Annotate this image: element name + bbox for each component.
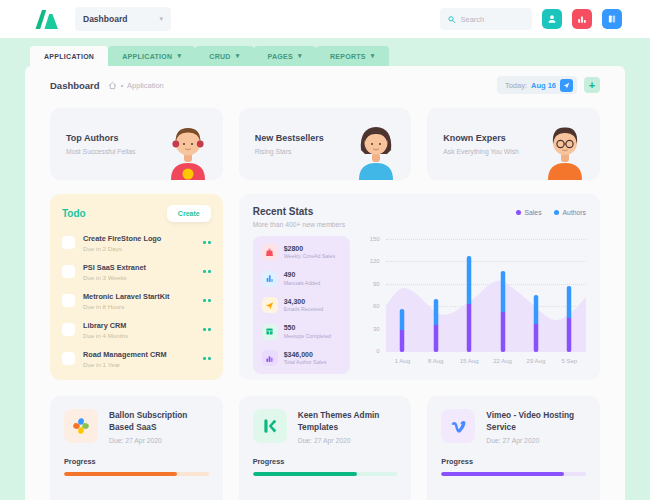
search-input[interactable] [461,15,524,24]
tab-pages-menu[interactable]: PAGES ▾ [254,46,316,66]
chevron-down-icon: ▾ [236,52,240,60]
metric-value: 34,300 [284,298,323,305]
stats-chart: 1501209060300 1 Aug8 Aug15 Aug22 Aug29 A… [364,236,586,374]
tab-label: REPORTS [330,53,366,60]
todo-checkbox[interactable] [62,294,75,307]
today-date-chip[interactable]: Today: Aug 16 [497,76,577,94]
promo-subtitle: Most Successful Fellas [66,148,136,155]
todo-checkbox[interactable] [62,236,75,249]
todo-item-due: Due in 3 Weeks [83,274,195,281]
todo-checkbox[interactable] [62,352,75,365]
metric-label: Total Author Sales [284,359,327,365]
item-menu-dots-icon[interactable] [203,241,210,244]
tab-application-active[interactable]: APPLICATION [30,46,108,66]
layout-button[interactable] [602,9,622,29]
table-icon [262,324,278,340]
todo-item-due: Due in 1 Year [83,361,195,368]
bar-chart-icon [577,14,587,24]
tab-application-menu[interactable]: APPLICATION ▾ [108,46,195,66]
send-button[interactable] [560,79,573,92]
today-label: Today: [505,81,527,90]
dashboard-menu-label: Dashboard [83,14,127,24]
brand-logo[interactable] [34,10,59,29]
tab-crud-menu[interactable]: CRUD ▾ [195,46,253,66]
todo-card: Todo Create Create FireStone Logo Due in… [50,194,223,380]
progress-bar [253,472,398,476]
new-bestsellers-card[interactable]: New Bestsellers Rising Stars [239,108,412,180]
chevron-down-icon: ▾ [159,15,163,23]
girl-avatar [353,120,399,180]
project-title: Vimeo - Video Hosting Service [486,409,586,433]
progress-fill [253,472,357,476]
progress-label: Progress [441,457,586,466]
item-menu-dots-icon[interactable] [203,357,210,360]
project-texts: Keen Themes Admin Templates Due: 27 Apr … [298,409,398,444]
today-value: Aug 16 [531,81,556,90]
item-menu-dots-icon[interactable] [203,270,210,273]
top-authors-card[interactable]: Top Authors Most Successful Fellas [50,108,223,180]
breadcrumb: Dashboard • Application Today: Aug 16 + [50,66,600,98]
user-button[interactable] [542,9,562,29]
promo-texts: Top Authors Most Successful Fellas [66,133,136,155]
chevron-down-icon: ▾ [371,52,375,60]
breadcrumb-separator: • [121,82,123,89]
progress-label: Progress [64,457,209,466]
project-card-keenthemes[interactable]: Keen Themes Admin Templates Due: 27 Apr … [239,396,412,500]
top-header: Dashboard ▾ [0,0,650,38]
project-card-ballon[interactable]: Ballon Subscription Based SaaS Due: 27 A… [50,396,223,500]
legend-sales: Sales [516,209,542,216]
search-box[interactable] [440,8,532,30]
chevron-down-icon: ▾ [177,52,181,60]
todo-item[interactable]: Metronic Laravel StartKit Due in 8 Hours [62,286,211,315]
promo-subtitle: Rising Stars [255,148,324,155]
todo-item-title: Create FireStone Logo [83,234,195,243]
paper-plane-icon [262,297,278,313]
progress-bar [441,472,586,476]
todo-item[interactable]: Road Management CRM Due in 1 Year [62,344,211,373]
create-button[interactable]: Create [167,205,211,222]
project-top: Vimeo - Video Hosting Service Due: 27 Ap… [441,409,586,444]
promo-cards-row: Top Authors Most Successful Fellas New B… [50,108,600,180]
stats-header: Recent Stats More than 400+ new members … [253,206,586,228]
promo-title: New Bestsellers [255,133,324,143]
x-axis-labels: 1 Aug8 Aug15 Aug22 Aug29 Aug5 Sep [386,358,586,364]
home-icon[interactable] [108,81,117,90]
todo-item-due: Due in 2 Days [83,245,195,252]
columns-icon [607,14,617,24]
legend-dot-authors [554,210,559,215]
stats-button[interactable] [572,9,592,29]
paper-plane-icon [563,82,570,89]
metric-label: Weekly CoreAd Sales [284,253,335,259]
tab-reports-menu[interactable]: REPORTS ▾ [316,46,389,66]
item-menu-dots-icon[interactable] [203,328,210,331]
project-title: Ballon Subscription Based SaaS [109,409,209,433]
known-expers-card[interactable]: Known Expers Ask Everything You Wish [427,108,600,180]
metric-label: Meetups Completed [284,333,331,339]
breadcrumb-actions: Today: Aug 16 + [497,76,600,94]
metric-value: $346,000 [284,351,327,358]
dashboard-menu[interactable]: Dashboard ▾ [75,7,171,31]
project-due: Due: 27 Apr 2020 [486,437,586,444]
legend-authors: Authors [554,209,586,216]
progress-fill [64,472,177,476]
user-icon [547,14,557,24]
todo-texts: Library CRM Due in 4 Months [83,321,195,339]
todo-item[interactable]: PSI SaaS Extranet Due in 3 Weeks [62,257,211,286]
todo-checkbox[interactable] [62,265,75,278]
todo-item[interactable]: Create FireStone Logo Due in 2 Days [62,228,211,257]
metric-weekly-sales: $2800 Weekly CoreAd Sales [262,244,341,260]
item-menu-dots-icon[interactable] [203,299,210,302]
metric-emails-received: 34,300 Emails Received [262,297,341,313]
project-card-vimeo[interactable]: Vimeo - Video Hosting Service Due: 27 Ap… [427,396,600,500]
todo-checkbox[interactable] [62,323,75,336]
project-due: Due: 27 Apr 2020 [298,437,398,444]
metric-value: $2800 [284,245,335,252]
promo-title: Known Expers [443,133,519,143]
chevron-down-icon: ▾ [298,52,302,60]
metric-meetups-completed: 550 Meetups Completed [262,324,341,340]
bar-series [386,240,586,352]
todo-item[interactable]: Library CRM Due in 4 Months [62,315,211,344]
add-button[interactable]: + [584,77,600,93]
legend-label: Authors [563,209,586,216]
breadcrumb-section[interactable]: Application [127,81,164,90]
